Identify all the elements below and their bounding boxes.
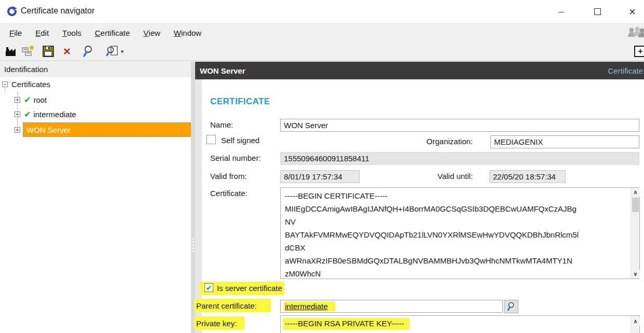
caret-down-icon: ▾ <box>121 48 124 55</box>
tree-node-label[interactable]: intermediate <box>33 110 76 119</box>
tree-node-label[interactable]: root <box>33 95 47 104</box>
lookup-search-icon <box>506 302 516 311</box>
valid-from-field: 8/01/19 17:57:34 <box>280 170 360 183</box>
users-group-icon <box>626 25 644 40</box>
tree-node-won-server[interactable]: + WON Server <box>0 123 193 136</box>
parent-certificate-link[interactable]: intermediate <box>284 301 335 311</box>
detail-title: WON Server <box>200 66 245 75</box>
search-icon <box>83 45 95 58</box>
tree-node-intermediate[interactable]: + ✔ intermediate <box>0 107 76 121</box>
is-server-label: Is server certificate <box>217 284 282 293</box>
valid-from-label: Valid from: <box>210 172 247 181</box>
name-label: Name: <box>210 120 233 129</box>
maximize-icon <box>594 8 601 15</box>
scrollbar-thumb[interactable] <box>632 198 639 212</box>
menu-view[interactable]: View <box>136 24 167 41</box>
valid-until-value: 22/05/20 18:57:34 <box>493 172 556 181</box>
delete-button[interactable]: × <box>59 44 75 59</box>
menu-bar: File Edit Tools Certificate View Window <box>0 23 644 41</box>
scroll-up-icon[interactable]: ∧ <box>631 188 640 197</box>
valid-check-icon: ✔ <box>24 95 31 105</box>
save-button[interactable] <box>40 44 56 59</box>
organization-value: MEDIAGENIX <box>494 137 543 146</box>
certificate-scrollbar[interactable]: ∧ ∨ <box>631 188 639 279</box>
organization-label: Organization: <box>423 137 473 146</box>
menu-window[interactable]: Window <box>167 24 208 41</box>
valid-from-value: 8/01/19 17:57:34 <box>284 172 342 181</box>
collapse-icon[interactable]: − <box>2 81 8 87</box>
menu-edit[interactable]: Edit <box>29 24 56 41</box>
menu-tools[interactable]: Tools <box>56 24 88 41</box>
valid-until-label: Valid until: <box>437 172 473 181</box>
private-key-text: -----BEGIN RSA PRIVATE KEY----- <box>283 318 409 330</box>
menu-file[interactable]: File <box>3 24 29 41</box>
title-bar: Certificate navigator ─ × <box>0 0 644 23</box>
checkmark-icon: ✔ <box>206 284 212 292</box>
window-title: Certificate navigator <box>21 6 94 16</box>
certificate-text: -----BEGIN CERTIFICATE----- MIIEgDCCAmig… <box>285 189 622 280</box>
certificate-tree: − Certificates + ✔ root + ✔ intermediate… <box>0 77 191 333</box>
expand-icon[interactable]: + <box>15 112 20 117</box>
maximize-button[interactable] <box>586 0 609 23</box>
serial-number-field: 15550964600911858411 <box>280 152 639 165</box>
close-button[interactable]: × <box>621 0 644 23</box>
certificate-navigator-window: Certificate navigator ─ × File Edit Tool… <box>0 0 644 333</box>
organization-input[interactable]: MEDIAGENIX <box>490 135 639 148</box>
name-input[interactable]: WON Server <box>280 119 639 132</box>
sidebar-header: Identification <box>0 62 191 77</box>
search-certificate-button[interactable]: ▾ <box>104 44 126 59</box>
expand-icon[interactable]: + <box>15 97 20 103</box>
minimize-icon: ─ <box>558 7 564 16</box>
new-certificate-icon <box>22 45 35 58</box>
tree-node-label[interactable]: WON Server <box>26 126 71 134</box>
search-button[interactable] <box>81 44 97 59</box>
import-button[interactable] <box>3 44 19 59</box>
panel-splitter[interactable] <box>191 62 195 333</box>
valid-check-icon: ✔ <box>24 109 31 119</box>
scroll-down-icon[interactable]: ∨ <box>631 270 640 279</box>
delete-icon: × <box>63 44 71 59</box>
expand-icon[interactable]: + <box>15 127 20 133</box>
detail-header: WON Server Certificate <box>195 62 644 79</box>
new-certificate-button[interactable] <box>21 44 36 59</box>
scroll-up-icon[interactable]: ∧ <box>631 317 640 326</box>
valid-until-field: 22/05/20 18:57:34 <box>489 170 566 183</box>
tree-node-root[interactable]: + ✔ root <box>0 93 47 106</box>
add-icon: + <box>638 47 642 56</box>
private-key-textarea[interactable]: -----BEGIN RSA PRIVATE KEY----- ∧ <box>280 315 640 333</box>
private-key-label: Private key: <box>196 319 237 328</box>
factory-icon <box>5 46 17 57</box>
menu-certificate[interactable]: Certificate <box>88 24 137 41</box>
parent-certificate-label: Parent certificate: <box>196 301 257 310</box>
private-key-scrollbar[interactable]: ∧ <box>631 316 639 333</box>
minimize-button[interactable]: ─ <box>550 0 573 23</box>
search-document-icon <box>106 45 119 58</box>
serial-number-value: 15550964600911858411 <box>284 154 369 163</box>
is-server-checkbox[interactable]: ✔ <box>204 283 213 292</box>
self-signed-label: Self signed <box>221 136 259 145</box>
tree-node-certificates[interactable]: − Certificates <box>0 77 50 91</box>
certificate-label: Certificate: <box>210 189 248 198</box>
parent-certificate-input[interactable]: intermediate <box>280 300 503 313</box>
section-title: CERTIFICATE <box>210 96 270 107</box>
close-icon: × <box>629 5 636 19</box>
add-panel-button[interactable]: + <box>634 46 644 57</box>
toolbar <box>0 41 644 61</box>
selected-tree-row[interactable]: WON Server <box>23 123 193 136</box>
detail-header-tab[interactable]: Certificate <box>608 66 643 75</box>
parent-lookup-button[interactable] <box>504 300 518 313</box>
self-signed-checkbox[interactable] <box>207 135 216 144</box>
name-value: WON Server <box>284 121 328 130</box>
serial-number-label: Serial number: <box>210 154 261 162</box>
app-icon <box>6 6 18 17</box>
tree-node-label[interactable]: Certificates <box>11 80 50 89</box>
certificate-textarea[interactable]: -----BEGIN CERTIFICATE----- MIIEgDCCAmig… <box>280 187 640 279</box>
save-icon <box>43 46 54 57</box>
